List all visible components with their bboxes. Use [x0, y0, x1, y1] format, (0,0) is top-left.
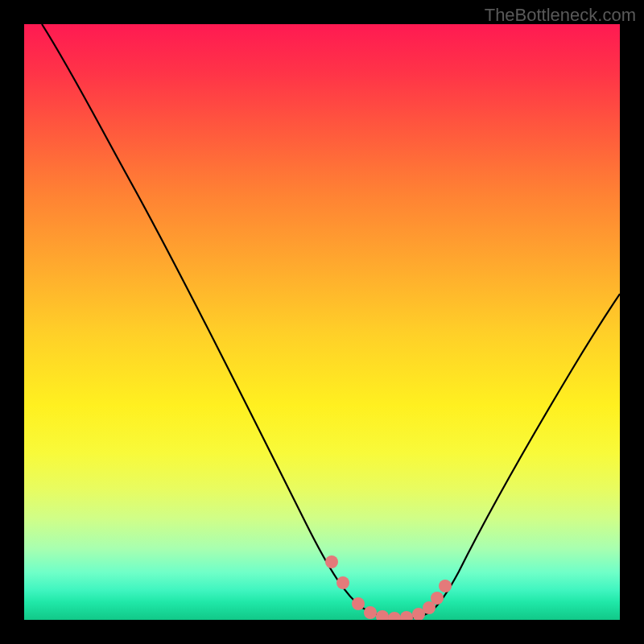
curve-layer [24, 24, 620, 620]
svg-point-9 [431, 592, 444, 605]
svg-point-2 [352, 597, 365, 610]
watermark-text: TheBottleneck.com [485, 5, 636, 26]
bottleneck-curve [42, 24, 620, 618]
svg-point-10 [439, 580, 452, 592]
svg-point-3 [364, 606, 377, 619]
highlight-dots [325, 555, 452, 620]
svg-point-0 [325, 555, 338, 568]
chart-container: TheBottleneck.com [0, 0, 644, 644]
svg-point-4 [376, 610, 389, 620]
svg-point-5 [388, 612, 401, 620]
svg-point-6 [400, 611, 413, 620]
plot-area [24, 24, 620, 620]
svg-point-1 [336, 576, 349, 589]
